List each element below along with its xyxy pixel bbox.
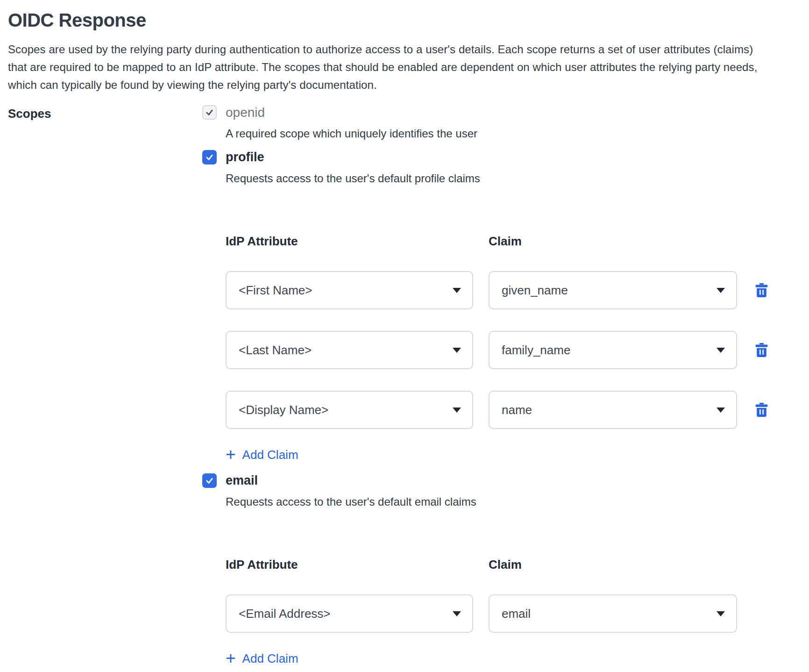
scope-openid: openid A required scope which uniquely i… xyxy=(202,105,801,141)
scope-openid-description: A required scope which uniquely identifi… xyxy=(226,127,801,141)
caret-down-icon xyxy=(717,288,725,293)
add-claim-label: Add Claim xyxy=(242,448,298,462)
scope-profile-label: profile xyxy=(226,150,264,164)
idp-attribute-value: <Last Name> xyxy=(239,343,312,357)
scope-email-label: email xyxy=(226,473,258,488)
idp-attribute-value: <Email Address> xyxy=(239,607,331,621)
trash-icon xyxy=(755,283,768,298)
caret-down-icon xyxy=(717,611,725,616)
checkmark-icon xyxy=(205,153,214,162)
claim-select[interactable]: given_name xyxy=(489,271,737,309)
delete-claim-button[interactable] xyxy=(754,282,769,298)
trash-icon xyxy=(755,402,768,417)
claim-row: <Last Name> family_name xyxy=(226,331,801,369)
claim-row: <First Name> given_name xyxy=(226,271,801,309)
scopes-form-row: Scopes openid A required scope which uni… xyxy=(8,105,801,666)
claim-value: family_name xyxy=(502,343,570,357)
scope-openid-head: openid xyxy=(202,105,801,120)
claim-value: email xyxy=(502,607,531,621)
scope-profile-head: profile xyxy=(202,150,801,164)
email-claims-rows: <Email Address> email xyxy=(226,594,801,633)
profile-claims-table: IdP Attribute Claim <First Name> given_n… xyxy=(226,234,801,462)
idp-attribute-value: <Display Name> xyxy=(239,403,328,417)
trash-icon xyxy=(755,343,768,357)
scopes-label: Scopes xyxy=(8,105,202,666)
profile-claims-header: IdP Attribute Claim xyxy=(226,234,801,249)
caret-down-icon xyxy=(453,288,461,293)
checkmark-icon xyxy=(205,476,214,485)
caret-down-icon xyxy=(453,611,461,616)
idp-attribute-select[interactable]: <Email Address> xyxy=(226,594,473,633)
add-claim-label: Add Claim xyxy=(242,651,298,666)
scope-openid-checkbox xyxy=(202,105,217,120)
caret-down-icon xyxy=(717,348,725,353)
idp-attribute-select[interactable]: <First Name> xyxy=(226,271,473,309)
claim-select[interactable]: name xyxy=(489,391,737,429)
idp-attribute-select[interactable]: <Display Name> xyxy=(226,391,473,429)
idp-attribute-value: <First Name> xyxy=(239,283,312,298)
claim-row: <Display Name> name xyxy=(226,391,801,429)
claim-header: Claim xyxy=(489,234,737,249)
delete-claim-button[interactable] xyxy=(754,402,769,418)
scope-openid-label: openid xyxy=(226,105,265,120)
claim-header: Claim xyxy=(489,558,737,572)
scope-email: email Requests access to the user's defa… xyxy=(202,473,801,666)
claim-value: name xyxy=(502,403,532,417)
claim-select[interactable]: email xyxy=(489,594,737,633)
idp-attribute-select[interactable]: <Last Name> xyxy=(226,331,473,369)
page-title: OIDC Response xyxy=(8,10,801,30)
caret-down-icon xyxy=(453,407,461,413)
scope-email-checkbox[interactable] xyxy=(202,473,217,488)
idp-attribute-header: IdP Attribute xyxy=(226,558,473,572)
scope-profile-description: Requests access to the user's default pr… xyxy=(226,172,801,186)
plus-icon: + xyxy=(226,449,236,461)
scope-email-head: email xyxy=(202,473,801,488)
delete-claim-button[interactable] xyxy=(754,342,769,358)
claim-select[interactable]: family_name xyxy=(489,331,737,369)
oidc-response-page: OIDC Response Scopes are used by the rel… xyxy=(0,0,809,666)
claim-row: <Email Address> email xyxy=(226,594,801,633)
claim-value: given_name xyxy=(502,283,568,298)
caret-down-icon xyxy=(717,407,725,413)
plus-icon: + xyxy=(226,652,236,665)
scope-profile: profile Requests access to the user's de… xyxy=(202,150,801,462)
scope-email-description: Requests access to the user's default em… xyxy=(226,495,801,509)
page-description: Scopes are used by the relying party dur… xyxy=(8,41,801,94)
profile-claims-rows: <First Name> given_name xyxy=(226,271,801,429)
add-claim-button[interactable]: + Add Claim xyxy=(226,651,298,666)
idp-attribute-header: IdP Attribute xyxy=(226,234,473,249)
checkmark-icon xyxy=(205,108,214,117)
add-claim-button[interactable]: + Add Claim xyxy=(226,448,298,462)
email-claims-header: IdP Attribute Claim xyxy=(226,558,801,572)
caret-down-icon xyxy=(453,348,461,353)
email-claims-table: IdP Attribute Claim <Email Address> emai… xyxy=(226,558,801,666)
scope-profile-checkbox[interactable] xyxy=(202,150,217,164)
scopes-content: openid A required scope which uniquely i… xyxy=(202,105,801,666)
